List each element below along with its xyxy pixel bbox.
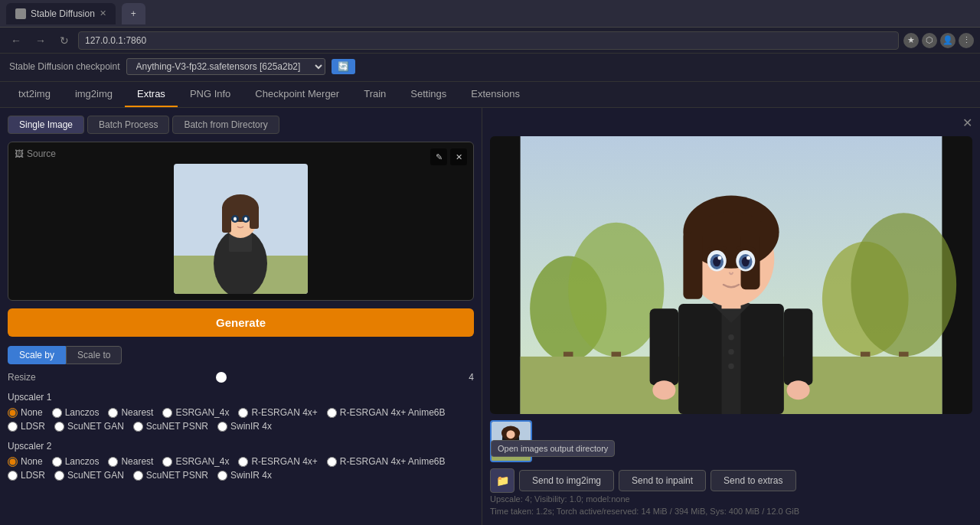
tab-settings[interactable]: Settings: [398, 82, 459, 107]
tab-extras[interactable]: Extras: [125, 82, 178, 107]
upscaler2-esrgan4x-radio[interactable]: [162, 457, 172, 467]
close-output-btn[interactable]: ✕: [962, 116, 972, 130]
upscaler2-resrgan4x-label[interactable]: R-ESRGAN 4x+: [251, 456, 317, 467]
upscaler1-none-label[interactable]: None: [21, 407, 43, 418]
upscaler1-resrgan4x-label[interactable]: R-ESRGAN 4x+: [251, 407, 317, 418]
svg-rect-23: [721, 308, 740, 414]
extension-icon[interactable]: ⬡: [922, 33, 937, 48]
upscaler2-scunet-gan-label[interactable]: ScuNET GAN: [67, 470, 124, 481]
browser-tab-stable-diffusion[interactable]: Stable Diffusion ✕: [6, 3, 116, 24]
upscaler1-resrgan4x: R-ESRGAN 4x+: [238, 407, 317, 418]
right-header: ✕: [490, 116, 972, 130]
upscaler1-resrgan4x-anime6b-radio[interactable]: [327, 408, 337, 418]
open-output-folder-btn[interactable]: 📁 Open images output directory: [490, 468, 514, 493]
tab-png-info[interactable]: PNG Info: [178, 82, 243, 107]
resize-slider[interactable]: [52, 376, 445, 379]
main-tabs: txt2img img2img Extras PNG Info Checkpoi…: [0, 82, 980, 108]
tab-checkpoint-merger[interactable]: Checkpoint Merger: [243, 82, 351, 107]
upscaler1-esrgan4x-label[interactable]: ESRGAN_4x: [175, 407, 229, 418]
checkpoint-row: Stable Diffusion checkpoint Anything-V3-…: [9, 58, 971, 75]
edit-source-btn[interactable]: ✎: [430, 148, 447, 165]
send-to-extras-btn[interactable]: Send to extras: [710, 470, 795, 491]
status-text: Upscale: 4; Visibility: 1.0; model:none: [490, 494, 630, 504]
upscaler1-nearest-radio[interactable]: [108, 408, 118, 418]
upscaler1-swinir4x-radio[interactable]: [217, 422, 227, 432]
upscaler2-swinir4x-label[interactable]: SwinIR 4x: [230, 470, 272, 481]
checkpoint-select[interactable]: Anything-V3-fp32.safetensors [625a2b2]: [126, 58, 325, 75]
upscaler1-resrgan4x-radio[interactable]: [238, 408, 248, 418]
scale-to-tab[interactable]: Scale to: [66, 346, 122, 364]
menu-icon[interactable]: ⋮: [959, 33, 974, 48]
reload-btn[interactable]: ↻: [55, 33, 74, 48]
new-tab-btn[interactable]: +: [122, 3, 145, 24]
tab-extensions[interactable]: Extensions: [459, 82, 532, 107]
upscaler2-swinir4x-radio[interactable]: [217, 471, 227, 481]
scale-by-tab[interactable]: Scale by: [8, 346, 66, 364]
svg-point-16: [851, 213, 956, 357]
upscaler2-scunet-gan-radio[interactable]: [54, 471, 64, 481]
upscaler1-scunet-gan: ScuNET GAN: [54, 421, 124, 432]
upscaler2-resrgan4x-anime6b-radio[interactable]: [327, 457, 337, 467]
source-icon: 🖼: [15, 148, 24, 159]
browser-nav: ← → ↻ ★ ⬡ 👤 ⋮: [0, 28, 980, 54]
upscaler2-ldsr-label[interactable]: LDSR: [21, 470, 45, 481]
generate-btn[interactable]: Generate: [8, 308, 474, 337]
upscaler2-nearest: Nearest: [108, 456, 153, 467]
upscaler2-scunet-psnr: ScuNET PSNR: [133, 470, 208, 481]
upscaler2-nearest-radio[interactable]: [108, 457, 118, 467]
upscaler2-resrgan4x-anime6b-label[interactable]: R-ESRGAN 4x+ Anime6B: [340, 456, 446, 467]
source-label: 🖼 Source: [15, 148, 467, 159]
send-to-img2img-btn[interactable]: Send to img2img: [519, 470, 614, 491]
svg-point-39: [717, 256, 721, 259]
tab-img2img[interactable]: img2img: [63, 82, 125, 107]
address-bar[interactable]: [78, 31, 899, 50]
tab-train[interactable]: Train: [351, 82, 398, 107]
upscaler1-none-radio[interactable]: [8, 408, 18, 418]
upscaler2-esrgan4x-label[interactable]: ESRGAN_4x: [175, 456, 229, 467]
upscaler2-lanczos-label[interactable]: Lanczos: [65, 456, 100, 467]
svg-point-40: [746, 256, 750, 259]
upscaler2-ldsr-radio[interactable]: [8, 471, 18, 481]
upscaler2-nearest-label[interactable]: Nearest: [121, 456, 153, 467]
upscaler2-scunet-psnr-radio[interactable]: [133, 471, 143, 481]
back-btn[interactable]: ←: [6, 33, 26, 48]
svg-rect-31: [683, 232, 702, 299]
svg-point-14: [568, 223, 664, 357]
refresh-checkpoint-btn[interactable]: 🔄: [332, 59, 355, 74]
upscaler1-lanczos-radio[interactable]: [52, 408, 62, 418]
upscaler2-lanczos-radio[interactable]: [52, 457, 62, 467]
upscaler2-scunet-psnr-label[interactable]: ScuNET PSNR: [146, 470, 208, 481]
send-to-inpaint-btn[interactable]: Send to inpaint: [619, 470, 706, 491]
upscaler1-nearest-label[interactable]: Nearest: [121, 407, 153, 418]
upscaler1-ldsr-radio[interactable]: [8, 422, 18, 432]
upscaler1-scunet-psnr-label[interactable]: ScuNET PSNR: [146, 421, 208, 432]
upscaler2-none-label[interactable]: None: [21, 456, 43, 467]
subtab-batch-process[interactable]: Batch Process: [87, 116, 169, 134]
upscaler1-lanczos-label[interactable]: Lanczos: [65, 407, 100, 418]
upscaler1-swinir4x-label[interactable]: SwinIR 4x: [230, 421, 272, 432]
app: Stable Diffusion checkpoint Anything-V3-…: [0, 54, 980, 525]
clear-source-btn[interactable]: ✕: [450, 148, 467, 165]
profile-icon[interactable]: 👤: [940, 33, 956, 48]
upscaler1-swinir4x: SwinIR 4x: [217, 421, 272, 432]
output-image-svg: [490, 136, 972, 414]
source-area: 🖼 Source: [8, 142, 474, 301]
forward-btn[interactable]: →: [31, 33, 51, 48]
svg-rect-6: [222, 206, 231, 233]
upscaler1-scunet-gan-label[interactable]: ScuNET GAN: [67, 421, 124, 432]
upscaler1-esrgan4x-radio[interactable]: [162, 408, 172, 418]
upscaler1-scunet-gan-radio[interactable]: [54, 422, 64, 432]
output-image-area: [490, 136, 972, 414]
upscaler1-scunet-psnr-radio[interactable]: [133, 422, 143, 432]
tab-txt2img[interactable]: txt2img: [6, 82, 63, 107]
upscaler2-none-radio[interactable]: [8, 457, 18, 467]
tab-close-btn[interactable]: ✕: [100, 8, 106, 18]
upscaler1-resrgan4x-anime6b-label[interactable]: R-ESRGAN 4x+ Anime6B: [340, 407, 446, 418]
svg-point-11: [244, 217, 247, 221]
source-image-container: [15, 164, 467, 294]
subtab-single-image[interactable]: Single Image: [8, 116, 84, 134]
upscaler2-resrgan4x-radio[interactable]: [238, 457, 248, 467]
subtab-batch-from-directory[interactable]: Batch from Directory: [172, 116, 279, 134]
bookmark-icon[interactable]: ★: [903, 33, 919, 48]
upscaler1-ldsr-label[interactable]: LDSR: [21, 421, 45, 432]
